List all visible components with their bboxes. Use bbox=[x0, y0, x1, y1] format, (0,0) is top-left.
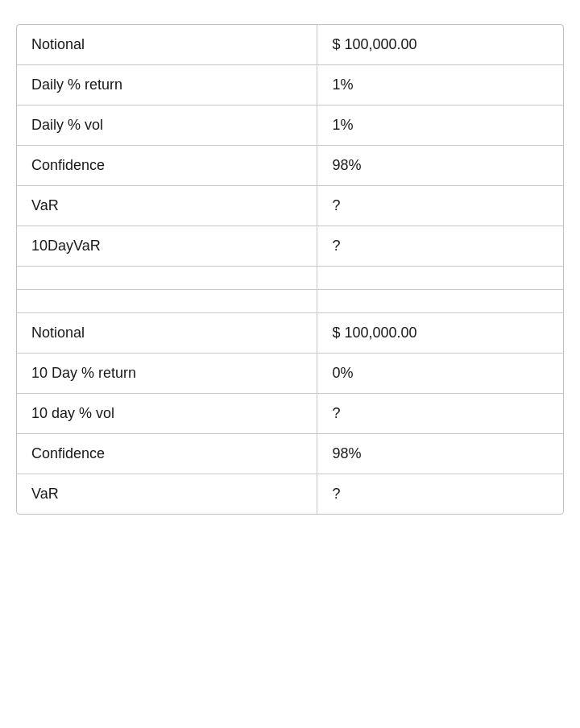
spacer-row bbox=[17, 267, 563, 290]
var-table: Notional $ 100,000.00 Daily % return 1% … bbox=[17, 25, 563, 514]
label-cell: Confidence bbox=[17, 146, 317, 186]
label-cell: 10 day % vol bbox=[17, 394, 317, 434]
value-cell: ? bbox=[317, 226, 563, 267]
value-cell: 1% bbox=[317, 105, 563, 146]
value-cell: $ 100,000.00 bbox=[317, 25, 563, 65]
table-row: VaR ? bbox=[17, 186, 563, 226]
spacer-cell bbox=[317, 290, 563, 313]
value-cell: 98% bbox=[317, 146, 563, 186]
main-table-wrapper: Notional $ 100,000.00 Daily % return 1% … bbox=[16, 24, 564, 515]
spacer-cell bbox=[17, 290, 317, 313]
value-cell: $ 100,000.00 bbox=[317, 313, 563, 354]
value-cell: ? bbox=[317, 394, 563, 434]
spacer-cell bbox=[17, 267, 317, 290]
table-row: 10 Day % return 0% bbox=[17, 354, 563, 394]
label-cell: Daily % vol bbox=[17, 105, 317, 146]
label-cell: 10 Day % return bbox=[17, 354, 317, 394]
table-row: Daily % vol 1% bbox=[17, 105, 563, 146]
value-cell: 0% bbox=[317, 354, 563, 394]
table-row: Confidence 98% bbox=[17, 146, 563, 186]
table-row: 10 day % vol ? bbox=[17, 394, 563, 434]
value-cell: 98% bbox=[317, 434, 563, 474]
table-row: Notional $ 100,000.00 bbox=[17, 313, 563, 354]
page-container: Notional $ 100,000.00 Daily % return 1% … bbox=[16, 16, 564, 523]
table-row: Notional $ 100,000.00 bbox=[17, 25, 563, 65]
label-cell: Daily % return bbox=[17, 65, 317, 105]
label-cell: Notional bbox=[17, 313, 317, 354]
label-cell: VaR bbox=[17, 186, 317, 226]
label-cell: 10DayVaR bbox=[17, 226, 317, 267]
label-cell: Notional bbox=[17, 25, 317, 65]
label-cell: Confidence bbox=[17, 434, 317, 474]
label-cell: VaR bbox=[17, 474, 317, 515]
spacer-row bbox=[17, 290, 563, 313]
table-row: Confidence 98% bbox=[17, 434, 563, 474]
spacer-cell bbox=[317, 267, 563, 290]
value-cell: ? bbox=[317, 186, 563, 226]
table-row: 10DayVaR ? bbox=[17, 226, 563, 267]
value-cell: ? bbox=[317, 474, 563, 515]
table-row: VaR ? bbox=[17, 474, 563, 515]
value-cell: 1% bbox=[317, 65, 563, 105]
table-row: Daily % return 1% bbox=[17, 65, 563, 105]
